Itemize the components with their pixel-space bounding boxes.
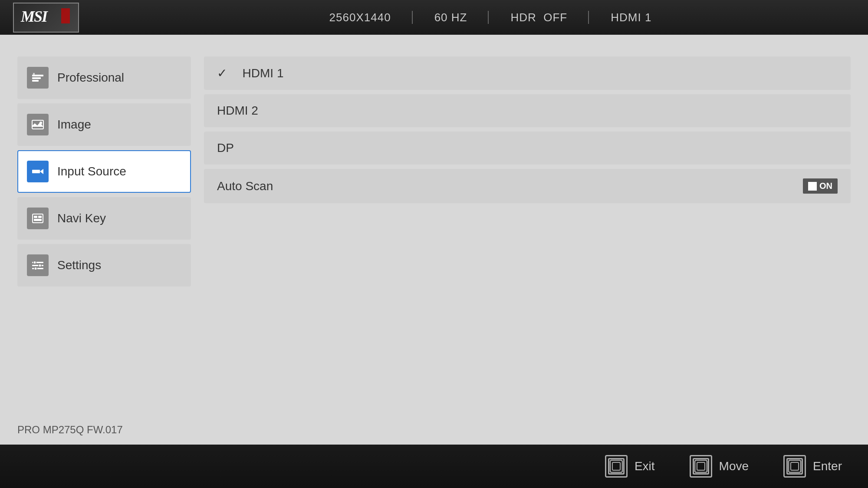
svg-rect-20	[610, 460, 622, 472]
option-auto-scan-left: Auto Scan	[217, 179, 273, 193]
move-label: Move	[719, 459, 749, 473]
svg-point-17	[39, 264, 41, 267]
svg-rect-3	[32, 80, 39, 82]
exit-label: Exit	[635, 459, 655, 473]
option-auto-scan[interactable]: Auto Scan ON	[204, 169, 851, 203]
navi-key-icon	[27, 208, 49, 229]
bottom-move[interactable]: Move	[690, 455, 749, 478]
exit-nav-icon	[605, 455, 628, 478]
svg-rect-23	[697, 462, 705, 470]
sidebar-item-input-source[interactable]: Input Source	[17, 150, 191, 193]
settings-icon	[27, 254, 49, 276]
refresh-rate-display: 60 HZ	[413, 11, 489, 24]
model-info: PRO MP275Q FW.017	[17, 424, 123, 436]
svg-text:MSI: MSI	[20, 8, 49, 25]
svg-rect-13	[32, 268, 43, 269]
sidebar: Professional Image Input Source	[17, 56, 191, 445]
check-icon: ✓	[217, 66, 234, 80]
svg-point-19	[35, 267, 37, 270]
hdmi2-label: HDMI 2	[217, 104, 258, 118]
main-content: Professional Image Input Source	[0, 35, 868, 445]
svg-rect-8	[34, 216, 37, 218]
header: MSI 2560X1440 60 HZ HDR OFF HDMI 1	[0, 0, 868, 35]
toggle-value: ON	[819, 181, 832, 191]
input-source-icon	[27, 161, 49, 182]
dp-label: DP	[217, 141, 234, 155]
toggle-square-icon	[808, 182, 817, 191]
option-hdmi2-left: HDMI 2	[217, 104, 258, 118]
svg-rect-6	[32, 170, 40, 173]
move-nav-icon	[690, 455, 712, 478]
svg-rect-1	[32, 75, 43, 76]
bottom-bar: Exit Move Enter	[0, 445, 868, 488]
svg-rect-9	[38, 216, 42, 218]
msi-logo: MSI	[13, 3, 79, 33]
svg-rect-7	[33, 214, 43, 223]
auto-scan-label: Auto Scan	[217, 179, 273, 193]
model-text: PRO MP275Q FW.017	[17, 424, 123, 435]
option-hdmi2[interactable]: HDMI 2	[204, 94, 851, 127]
svg-rect-21	[612, 462, 620, 470]
sidebar-item-professional[interactable]: Professional	[17, 56, 191, 99]
sidebar-item-image[interactable]: Image	[17, 103, 191, 146]
input-source-label: Input Source	[57, 165, 126, 178]
sidebar-item-navi-key[interactable]: Navi Key	[17, 197, 191, 240]
professional-label: Professional	[57, 71, 124, 85]
image-label: Image	[57, 118, 91, 132]
svg-rect-2	[32, 77, 41, 79]
svg-rect-12	[32, 265, 43, 266]
svg-rect-25	[791, 462, 799, 470]
hdmi1-label: HDMI 1	[243, 66, 284, 80]
option-dp[interactable]: DP	[204, 132, 851, 165]
content-panel: ✓ HDMI 1 HDMI 2 DP Auto Scan ON	[204, 56, 851, 445]
hdr-display: HDR OFF	[489, 11, 589, 24]
header-info: 2560X1440 60 HZ HDR OFF HDMI 1	[126, 11, 855, 24]
msi-logo-area: MSI	[13, 3, 126, 33]
option-dp-left: DP	[217, 141, 234, 155]
option-hdmi1[interactable]: ✓ HDMI 1	[204, 56, 851, 90]
bottom-enter[interactable]: Enter	[783, 455, 842, 478]
svg-point-15	[34, 261, 36, 264]
professional-icon	[27, 67, 49, 89]
svg-point-5	[39, 122, 42, 124]
auto-scan-toggle[interactable]: ON	[803, 178, 838, 194]
enter-label: Enter	[813, 459, 842, 473]
navi-key-label: Navi Key	[57, 211, 106, 225]
resolution-display: 2560X1440	[308, 11, 413, 24]
enter-nav-icon	[783, 455, 806, 478]
svg-rect-10	[34, 219, 42, 221]
sidebar-item-settings[interactable]: Settings	[17, 244, 191, 287]
input-display: HDMI 1	[589, 11, 673, 24]
bottom-exit[interactable]: Exit	[605, 455, 655, 478]
image-icon	[27, 114, 49, 135]
option-hdmi1-left: ✓ HDMI 1	[217, 66, 283, 80]
svg-rect-24	[789, 460, 801, 472]
settings-label: Settings	[57, 258, 101, 272]
svg-rect-22	[695, 460, 707, 472]
